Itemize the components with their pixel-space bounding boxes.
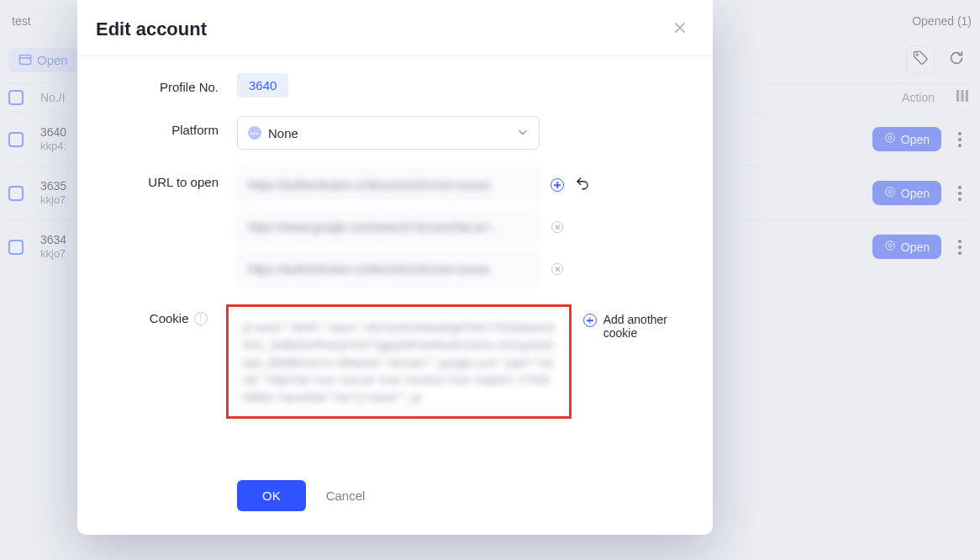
cancel-button[interactable]: Cancel [326,489,366,503]
add-url-button[interactable] [550,177,565,193]
x-icon [551,221,563,233]
close-button[interactable] [669,17,691,42]
add-cookie-label: Add another cookie [603,313,679,340]
label-profile-no: Profile No. [111,73,237,94]
cookie-textarea[interactable]: [{"name":"SNID","value":"AEcSo4XSxBo8Sg8… [232,310,566,413]
label-cookie: Cookie [150,311,189,325]
remove-url-button[interactable] [550,219,565,235]
field-profile-no: Profile No. 3640 [111,73,679,98]
modal-title: Edit account [96,18,207,40]
url-input[interactable]: https://www.google.com/search?q=yeschat.… [237,210,540,244]
undo-icon [575,176,590,194]
label-platform: Platform [111,116,237,137]
info-icon[interactable]: ! [194,312,208,325]
field-cookie: Cookie ! [{"name":"SNID","value":"AEcSo4… [111,304,679,419]
modal-body: Profile No. 3640 Platform None [77,56,713,460]
ok-button[interactable]: OK [237,480,306,511]
modal-header: Edit account [77,0,713,56]
platform-value: None [268,126,298,140]
remove-url-button[interactable] [550,262,565,277]
chevron-down-icon [517,126,529,140]
label-url: URL to open [111,168,237,189]
edit-account-modal: Edit account Profile No. 3640 Platform N… [77,0,713,535]
undo-url-button[interactable] [575,177,590,193]
field-platform: Platform None [111,116,679,150]
field-url: URL to open https://authenticator.cc/doc… [111,168,679,286]
url-input[interactable]: https://authenticator.cc/docs/en/chrome-… [237,252,540,286]
x-icon [551,263,563,275]
add-cookie-button[interactable]: Add another cookie [583,304,679,340]
profile-no-chip: 3640 [237,73,288,98]
cookie-highlight: [{"name":"SNID","value":"AEcSo4XSxBo8Sg8… [226,304,572,419]
plus-icon [551,178,564,192]
close-icon [672,24,688,38]
platform-icon [248,126,261,140]
plus-icon [583,314,597,327]
platform-select[interactable]: None [237,116,540,150]
modal-footer: OK Cancel [77,460,713,535]
url-input[interactable]: https://authenticator.cc/docs/en/chrome-… [237,168,540,202]
